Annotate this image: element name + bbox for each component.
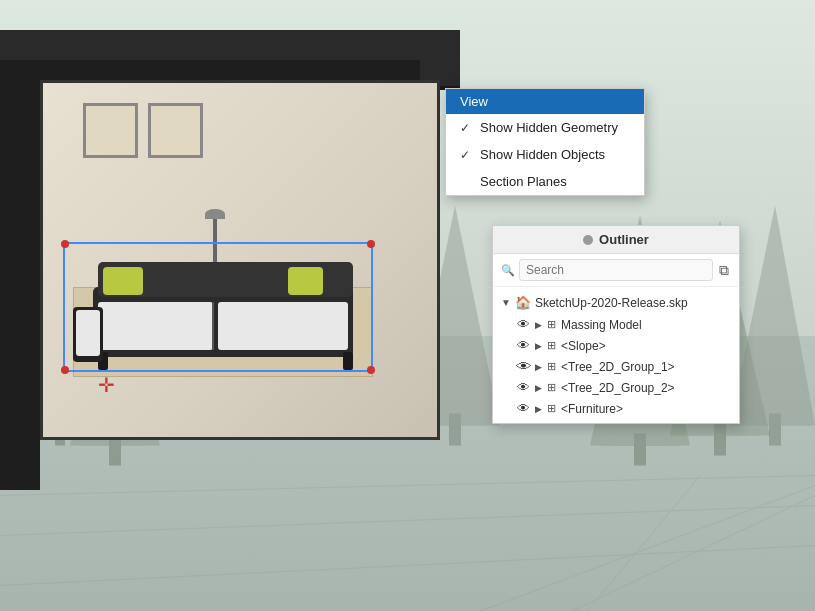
- outliner-panel: Outliner 🔍 ⧉ ▼ 🏠 SketchUp-2020-Release.s…: [492, 225, 740, 424]
- lamp-head: [205, 209, 225, 219]
- expand-icon-massing[interactable]: ▶: [535, 320, 542, 330]
- outliner-title: Outliner: [599, 232, 649, 247]
- expand-icon-tree1[interactable]: ▶: [535, 362, 542, 372]
- outliner-header: Outliner: [493, 226, 739, 254]
- outliner-search-bar: 🔍 ⧉: [493, 254, 739, 287]
- svg-rect-33: [218, 302, 348, 350]
- outliner-tree: ▼ 🏠 SketchUp-2020-Release.skp 👁 ▶ ⊞ Mass…: [493, 287, 739, 423]
- selection-handle-bl: [61, 366, 69, 374]
- list-item[interactable]: 👁 ▶ ⊞ Massing Model: [493, 314, 739, 335]
- outliner-dot-icon: [583, 235, 593, 245]
- item-label-tree2: <Tree_2D_Group_2>: [561, 381, 675, 395]
- menu-item-show-hidden-objects[interactable]: ✓ Show Hidden Objects: [446, 141, 644, 168]
- item-label-tree1: <Tree_2D_Group_1>: [561, 360, 675, 374]
- outliner-options-icon[interactable]: ⧉: [717, 260, 731, 281]
- move-cursor-icon: ✛: [98, 373, 115, 397]
- menu-item-label-section: Section Planes: [480, 174, 567, 189]
- visibility-icon-furniture[interactable]: 👁: [517, 401, 530, 416]
- selection-handle-tl: [61, 240, 69, 248]
- type-icon-furniture: ⊞: [547, 402, 556, 415]
- checkmark-objects: ✓: [460, 148, 474, 162]
- visibility-icon-massing[interactable]: 👁: [517, 317, 530, 332]
- window-pane-2: [148, 103, 203, 158]
- tree-expand-arrow: ▼: [501, 297, 511, 308]
- svg-rect-32: [98, 302, 213, 350]
- svg-rect-38: [343, 352, 353, 370]
- visibility-icon-tree1[interactable]: 👁: [516, 359, 532, 374]
- item-label-massing: Massing Model: [561, 318, 642, 332]
- item-label-furniture: <Furniture>: [561, 402, 623, 416]
- view-menu-header[interactable]: View: [446, 89, 644, 114]
- window-frames: [83, 103, 203, 158]
- visibility-icon-tree2[interactable]: 👁: [517, 380, 530, 395]
- list-item[interactable]: 👁 ▶ ⊞ <Furniture>: [493, 398, 739, 419]
- menu-item-label-objects: Show Hidden Objects: [480, 147, 605, 162]
- item-label-slope: <Slope>: [561, 339, 606, 353]
- svg-rect-40: [76, 310, 100, 356]
- list-item[interactable]: 👁 ▶ ⊞ <Slope>: [493, 335, 739, 356]
- expand-icon-furniture[interactable]: ▶: [535, 404, 542, 414]
- visibility-icon-slope[interactable]: 👁: [517, 338, 530, 353]
- menu-item-section-planes[interactable]: Section Planes: [446, 168, 644, 195]
- search-icon: 🔍: [501, 264, 515, 277]
- list-item[interactable]: 👁 ▶ ⊞ <Tree_2D_Group_2>: [493, 377, 739, 398]
- menu-item-show-hidden-geometry[interactable]: ✓ Show Hidden Geometry: [446, 114, 644, 141]
- expand-icon-tree2[interactable]: ▶: [535, 383, 542, 393]
- checkmark-section: [460, 175, 474, 189]
- tree-file-icon: 🏠: [515, 295, 531, 310]
- sofa: [73, 247, 383, 377]
- root-file-label: SketchUp-2020-Release.skp: [535, 296, 688, 310]
- type-icon-tree2: ⊞: [547, 381, 556, 394]
- building-frame-left: [0, 60, 40, 490]
- svg-rect-36: [288, 267, 323, 295]
- type-icon-massing: ⊞: [547, 318, 556, 331]
- tree-root-item[interactable]: ▼ 🏠 SketchUp-2020-Release.skp: [493, 291, 739, 314]
- type-icon-slope: ⊞: [547, 339, 556, 352]
- window-pane-1: [83, 103, 138, 158]
- checkmark-geometry: ✓: [460, 121, 474, 135]
- interior-space: ✛: [40, 80, 440, 440]
- list-item[interactable]: 👁 ▶ ⊞ <Tree_2D_Group_1>: [493, 356, 739, 377]
- menu-item-label-geometry: Show Hidden Geometry: [480, 120, 618, 135]
- search-input[interactable]: [519, 259, 713, 281]
- type-icon-tree1: ⊞: [547, 360, 556, 373]
- svg-rect-35: [103, 267, 143, 295]
- expand-icon-slope[interactable]: ▶: [535, 341, 542, 351]
- view-menu-dropdown: View ✓ Show Hidden Geometry ✓ Show Hidde…: [445, 88, 645, 196]
